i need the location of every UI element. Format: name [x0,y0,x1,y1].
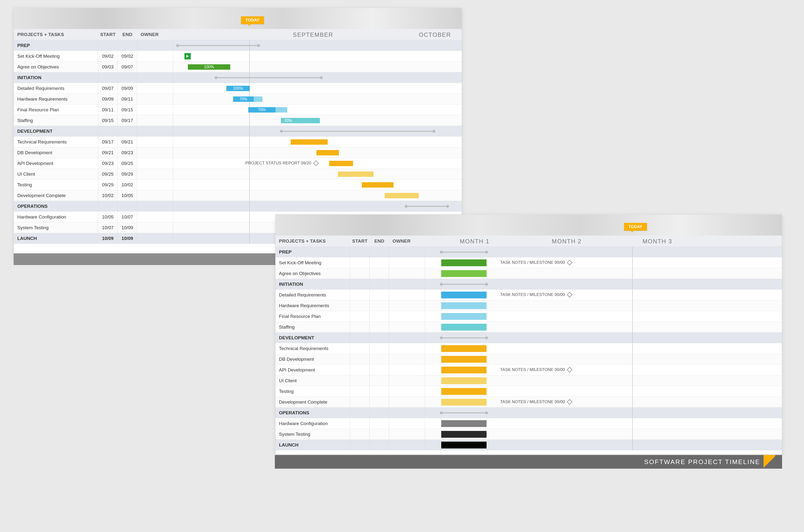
today-line [632,322,633,332]
start-date [350,279,370,289]
gantt-bar[interactable] [329,161,353,166]
gantt-bar[interactable] [441,260,487,266]
gantt-bar[interactable] [441,356,487,363]
page-footer: SOFTWARE PROJECT TIMELINE [275,455,782,469]
footer-accent-icon [764,455,775,469]
gantt-bar[interactable] [441,431,487,438]
owner [389,407,425,418]
gantt-bar[interactable] [441,377,487,384]
group-range [216,77,321,78]
start-date [350,386,370,397]
start-date [98,201,118,211]
gantt-rows: PREPSet Kick-Off MeetingTASK NOTES / MIL… [276,247,782,450]
gantt-bar[interactable] [385,193,419,198]
gantt-cell [425,343,782,354]
today-line [632,375,633,386]
start-date: 10/02 [98,190,118,201]
start-date [98,40,118,51]
task-row: API DevelopmentTASK NOTES / MILESTONE 00… [276,365,782,375]
end-date [118,126,137,136]
task-name: System Testing [276,429,350,439]
gantt-cell: 20% [173,115,462,126]
gantt-bar[interactable]: 70% [233,96,262,102]
task-name: Hardware Requirements [276,300,350,311]
today-line [249,179,250,190]
end-date: 10/02 [118,179,137,190]
task-name: OPERATIONS [14,201,98,211]
start-date: 09/29 [98,179,118,190]
gantt-bar[interactable] [441,270,487,277]
gantt-cell [425,311,782,322]
today-arrow-icon [248,24,251,26]
owner [137,158,173,169]
owner [137,40,173,51]
group-dot-icon [485,251,488,253]
gantt-cell [173,169,462,179]
gantt-bar[interactable] [441,291,487,298]
group-dot-icon [257,44,260,47]
gantt-bar[interactable] [441,442,487,449]
start-date: 09/17 [98,137,118,147]
progress-label: 70% [233,96,254,102]
owner [137,147,173,158]
start-date [350,290,370,300]
end-date [370,300,389,311]
gantt-cell [173,179,462,190]
gantt-cell [173,51,462,61]
group-dot-icon [405,205,408,208]
gantt-bar[interactable] [441,302,487,309]
group-dot-icon [485,336,488,339]
end-date [118,40,137,51]
gantt-bar[interactable] [317,150,339,155]
col-start: START [350,235,370,247]
gantt-bar[interactable] [441,324,487,330]
column-headers: PROJECTS + TASKS START END OWNER [276,235,782,247]
gantt-bar[interactable] [441,420,487,427]
task-row: Final Resource Plan [276,311,782,322]
gantt-bar[interactable] [441,313,487,320]
start-date [350,375,370,386]
end-date [370,375,389,386]
gantt-bar[interactable] [441,399,487,405]
task-row: Final Resource Plan09/1109/1570% [14,104,462,115]
task-row: Hardware Requirements [276,300,782,311]
end-date: 09/15 [118,104,137,115]
task-name: UI Client [276,375,350,386]
owner [137,212,173,222]
task-row: Staffing09/1509/1720% [14,115,462,126]
start-date: 10/05 [98,212,118,222]
gantt-bar[interactable]: 100% [188,64,230,70]
progress-label: 100% [226,86,250,91]
gantt-bar[interactable]: 20% [281,118,320,123]
end-date [118,201,137,211]
today-line [249,126,250,136]
owner [389,332,425,343]
task-row: DB Development09/2109/23 [14,147,462,158]
gantt-bar[interactable] [291,139,328,145]
today-line [249,233,250,244]
end-date: 09/29 [118,169,137,179]
gantt-bar[interactable] [338,171,374,177]
start-date: 09/11 [98,104,118,115]
start-date [350,418,370,429]
gantt-bar[interactable] [441,345,487,352]
task-row: Agree on Objectives [276,268,782,279]
end-date [118,72,137,83]
end-date [370,311,389,322]
end-date: 09/11 [118,94,137,104]
task-name: Set Kick-Off Meeting [276,258,350,268]
end-date [370,343,389,354]
gantt-bar[interactable]: 70% [248,107,287,113]
gantt-bar[interactable] [362,182,393,188]
today-line [632,279,633,289]
end-date [370,332,389,343]
task-row: System Testing [276,429,782,440]
gantt-bar[interactable] [441,367,487,374]
today-line [632,429,633,439]
svg-marker-3 [567,292,572,297]
gantt-bar[interactable] [441,388,487,395]
task-name: INITIATION [14,72,98,83]
owner [137,72,173,83]
end-date: 09/23 [118,147,137,158]
gantt-bar[interactable]: 100% [226,86,250,91]
